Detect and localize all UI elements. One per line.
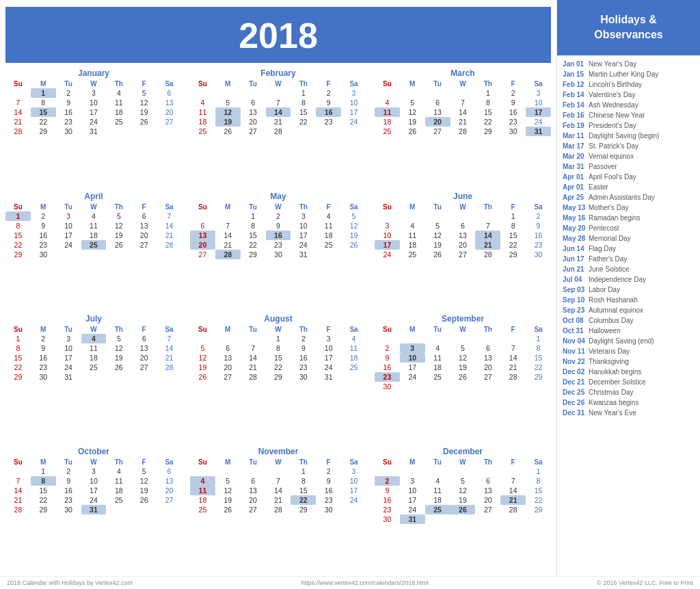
month-block-may: MaySuMTuWThFSa12345678910111213141516171… [190, 192, 366, 309]
calendar-day: 5 [425, 221, 450, 231]
calendar-day: 11 [106, 98, 131, 107]
calendar-day: 23 [375, 505, 400, 514]
day-header: W [450, 79, 476, 88]
calendar-day: 17 [291, 231, 316, 240]
calendar-day: 5 [400, 98, 425, 107]
month-table: SuMTuWThFSa12345678910111213141516171819… [5, 79, 182, 136]
holiday-name: Thanksgiving [589, 357, 629, 366]
calendar-day: 25 [106, 495, 131, 505]
calendar-day: 9 [31, 343, 56, 353]
calendar-day: 29 [266, 372, 291, 382]
calendar-day: 29 [5, 250, 31, 259]
month-title: October [5, 447, 182, 456]
calendar-day: 31 [81, 505, 107, 514]
calendar-day [500, 467, 526, 476]
calendar-day: 10 [400, 353, 425, 363]
day-header: Th [106, 79, 131, 88]
holiday-name: Daylight Saving (begin) [589, 131, 659, 140]
calendar-day: 6 [131, 211, 157, 221]
day-header: Tu [56, 202, 81, 211]
holiday-date: Dec 31 [563, 408, 589, 417]
calendar-day: 27 [215, 372, 241, 382]
calendar-day: 13 [450, 231, 476, 240]
calendar-day: 24 [81, 117, 107, 127]
calendar-day: 25 [316, 240, 341, 250]
calendar-day: 21 [500, 363, 526, 372]
calendar-day: 12 [341, 221, 366, 231]
holiday-name: New Year's Day [589, 60, 636, 68]
calendar-day [425, 211, 450, 221]
day-header: Su [190, 325, 215, 334]
calendar-day: 19 [106, 231, 131, 240]
month-block-august: AugustSuMTuWThFSa12345678910111213141516… [190, 314, 366, 441]
calendar-day: 28 [241, 372, 266, 382]
calendar-day: 3 [526, 88, 551, 98]
calendar-day: 21 [5, 495, 31, 505]
calendar-day: 10 [316, 343, 341, 353]
holiday-item: Nov 22Thanksgiving [563, 357, 695, 366]
month-block-september: SeptemberSuMTuWThFSa12345678910111213141… [375, 314, 551, 441]
calendar-day: 20 [475, 363, 500, 372]
calendar-day: 14 [266, 486, 291, 495]
calendar-day: 12 [425, 231, 450, 240]
calendar-day: 27 [131, 363, 157, 372]
calendar-day: 26 [106, 240, 131, 250]
calendar-day [131, 505, 157, 514]
holiday-date: May 20 [563, 224, 589, 233]
calendar-day: 8 [475, 98, 500, 107]
calendar-day [266, 88, 291, 98]
calendar-day: 2 [266, 211, 291, 221]
calendar-day: 18 [425, 495, 450, 505]
calendar-day: 12 [131, 476, 157, 486]
month-table: SuMTuWThFSa12345678910111213141516171819… [375, 325, 551, 391]
calendar-day [400, 211, 425, 221]
calendar-day: 13 [425, 107, 450, 117]
day-header: Sa [526, 458, 551, 467]
calendar-day: 15 [475, 107, 500, 117]
calendar-day: 13 [190, 231, 215, 240]
calendar-day: 3 [375, 221, 400, 231]
calendar-day: 18 [190, 117, 215, 127]
calendar-day: 24 [341, 495, 366, 505]
calendar-day: 26 [131, 495, 157, 505]
calendar-day: 6 [475, 343, 500, 353]
calendar-day: 20 [241, 117, 266, 127]
day-header: M [31, 202, 56, 211]
calendar-day [131, 127, 157, 136]
calendar-day: 30 [31, 250, 56, 259]
holiday-date: Feb 14 [563, 101, 589, 109]
holiday-date: Mar 17 [563, 142, 589, 150]
holiday-item: Apr 01Easter [563, 183, 695, 192]
holiday-name: Easter [589, 183, 608, 192]
calendar-day: 22 [526, 495, 551, 505]
calendar-day: 14 [157, 221, 182, 231]
calendar-day: 9 [291, 343, 316, 353]
holiday-date: May 28 [563, 234, 589, 243]
day-header: Sa [341, 202, 366, 211]
calendar-day: 25 [375, 127, 400, 136]
day-header: W [81, 458, 107, 467]
calendar-day: 24 [316, 363, 341, 372]
holiday-date: Dec 02 [563, 367, 589, 376]
calendar-day: 11 [190, 107, 215, 117]
calendar-day: 1 [526, 467, 551, 476]
calendar-day [106, 250, 131, 259]
day-header: Th [475, 202, 500, 211]
calendar-day: 7 [241, 343, 266, 353]
holiday-name: Valentine's Day [589, 90, 635, 99]
holiday-name: Autumnal equinox [589, 306, 643, 315]
calendar-day [526, 382, 551, 391]
calendar-day: 23 [56, 117, 81, 127]
calendar-day: 10 [81, 476, 107, 486]
holiday-date: Sep 03 [563, 285, 589, 294]
holiday-date: Apr 01 [563, 172, 589, 181]
calendar-day [500, 514, 526, 524]
calendar-day: 16 [375, 495, 400, 505]
calendar-day: 26 [450, 372, 476, 382]
calendar-day: 8 [5, 343, 31, 353]
holiday-item: Mar 20Vernal equinox [563, 152, 695, 161]
calendar-day: 22 [291, 117, 316, 127]
calendar-day: 31 [400, 514, 425, 524]
month-title: April [5, 192, 182, 201]
holiday-date: Sep 10 [563, 296, 589, 304]
